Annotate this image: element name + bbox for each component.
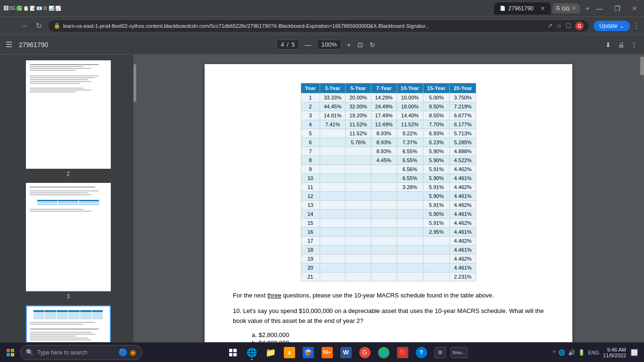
battery-icon[interactable]: 🔋: [578, 349, 585, 356]
tab-close-icon[interactable]: ✕: [540, 5, 545, 12]
maps-app-button[interactable]: G: [356, 344, 373, 361]
table-cell: [346, 272, 371, 281]
clock-display[interactable]: 9:46 AM 11/9/2022: [603, 347, 626, 358]
table-cell: 4.462%: [450, 201, 476, 210]
active-tab[interactable]: 📄 27961790 ✕: [494, 2, 550, 15]
bookmark-icon[interactable]: ☆: [556, 22, 562, 29]
fit-page-button[interactable]: ⊡: [356, 40, 364, 49]
browser-menu-button[interactable]: ⋮: [633, 21, 640, 30]
table-cell: 33.33%: [320, 93, 345, 102]
table-header-cell: 20-Year: [450, 83, 476, 93]
table-cell: 12: [301, 192, 320, 201]
table-cell: 14: [301, 210, 320, 219]
svg-rect-4: [229, 349, 232, 352]
red-app-button[interactable]: 🔴: [394, 344, 411, 361]
table-cell: 9.50%: [423, 102, 450, 111]
table-cell: [346, 192, 371, 201]
dropbox-app-button[interactable]: 📦: [300, 344, 317, 361]
table-cell: 3.750%: [450, 93, 476, 102]
table-row: 84.45%6.55%5.90%4.522%: [301, 156, 476, 165]
grid-app-button[interactable]: ⊞: [432, 344, 449, 361]
split-view-icon[interactable]: ☐: [566, 22, 571, 29]
table-cell: [320, 147, 345, 156]
browser-window-controls: — ❐ ✕: [594, 4, 640, 13]
right-scrollbar[interactable]: [640, 55, 644, 342]
table-cell: 4.45%: [371, 156, 396, 165]
table-row: 204.461%: [301, 263, 476, 272]
download-button[interactable]: ⬇: [604, 40, 612, 49]
share-icon[interactable]: ↗: [547, 22, 553, 29]
zoom-out-button[interactable]: —: [304, 40, 312, 49]
minimize-button[interactable]: —: [594, 4, 606, 13]
table-cell: [371, 272, 396, 281]
green-app-button[interactable]: 🌐: [375, 344, 392, 361]
table-cell: 7.219%: [450, 102, 476, 111]
table-cell: 5.90%: [423, 147, 450, 156]
counter-app-button[interactable]: 99+: [319, 344, 336, 361]
table-header-cell: Year: [301, 83, 320, 93]
table-cell: [371, 174, 396, 183]
table-cell: 20: [301, 263, 320, 272]
notification-icon: ⬜: [631, 349, 638, 356]
table-cell: 6.93%: [423, 129, 450, 138]
amazon-app-button[interactable]: a: [281, 344, 298, 361]
thumbnail-page-2[interactable]: 2: [4, 60, 132, 177]
table-cell: 5.76%: [346, 138, 371, 147]
taskbar: 🔍 Type here to search 🔵 ◉ 🌐 📁 a 📦 99+: [0, 342, 644, 362]
taskview-button[interactable]: [224, 344, 241, 361]
update-button[interactable]: Update ⌄: [594, 21, 630, 31]
breadcrumb-app-button[interactable]: Brea...: [451, 344, 468, 361]
file-explorer-button[interactable]: 📁: [262, 344, 279, 361]
profile-icon[interactable]: G: [575, 22, 584, 30]
notification-button[interactable]: ⬜: [630, 348, 638, 357]
network-icon[interactable]: 🌐: [558, 349, 565, 356]
pdf-toolbar-center: 4 / 5 — 100% + ⊡ ↻: [53, 40, 600, 49]
question-10-body: Let's say you spend $10,000,000 on a dep…: [233, 307, 544, 324]
table-header-cell: 5-Year: [346, 83, 371, 93]
thumbnail-page-3[interactable]: 3: [4, 183, 132, 300]
reload-button[interactable]: ↻: [34, 19, 44, 32]
back-button[interactable]: ←: [4, 20, 15, 32]
rotate-button[interactable]: ↻: [369, 40, 376, 49]
table-cell: 5.91%: [423, 219, 450, 228]
other-tab[interactable]: G GG ✕: [553, 3, 580, 13]
table-cell: 4.462%: [450, 219, 476, 228]
other-tab-close[interactable]: ✕: [572, 5, 576, 11]
toolbar-right: Update ⌄ ⋮: [594, 21, 640, 31]
address-bar[interactable]: 🔒 learn-us-east-1-prod-fleet02-xythos.co…: [48, 19, 590, 33]
table-cell: 14.81%: [320, 111, 345, 120]
table-cell: 4.461%: [450, 246, 476, 255]
thumbnail-page-4[interactable]: 4: [4, 305, 132, 342]
table-cell: 16: [301, 228, 320, 237]
table-cell: 6.55%: [396, 174, 423, 183]
table-cell: 7.37%: [396, 138, 423, 147]
pdf-document-area[interactable]: Year3-Year5-Year7-Year10-Year15-Year20-Y…: [137, 55, 640, 342]
table-cell: [371, 201, 396, 210]
table-cell: [371, 192, 396, 201]
pdf-menu-icon[interactable]: ☰: [6, 40, 12, 49]
table-cell: 3.28%: [396, 183, 423, 192]
chrome-app-button[interactable]: 🌐: [243, 344, 260, 361]
sidebar-scrollbar[interactable]: [133, 55, 136, 342]
word-app-button[interactable]: W: [338, 344, 355, 361]
restore-button[interactable]: ❐: [611, 4, 623, 13]
print-button[interactable]: 🖨: [617, 40, 625, 49]
taskbar-right: ^ 🌐 🔊 🔋 ENG 9:46 AM 11/9/2022 ⬜: [549, 347, 642, 358]
help-app-button[interactable]: ?: [413, 344, 430, 361]
taskbar-search-box[interactable]: 🔍 Type here to search 🔵 ◉: [20, 345, 142, 360]
table-cell: 3: [301, 111, 320, 120]
close-button[interactable]: ✕: [629, 4, 640, 13]
table-cell: [371, 263, 396, 272]
table-header-cell: 3-Year: [320, 83, 345, 93]
chevron-up-icon[interactable]: ^: [553, 350, 555, 355]
table-cell: 4.462%: [450, 165, 476, 174]
speaker-icon[interactable]: 🔊: [568, 349, 575, 356]
table-cell: [320, 246, 345, 255]
new-tab-button[interactable]: +: [582, 2, 594, 15]
table-cell: [320, 228, 345, 237]
pdf-options-button[interactable]: ⋮: [630, 40, 638, 49]
start-button[interactable]: [2, 344, 19, 361]
table-cell: [320, 183, 345, 192]
zoom-in-button[interactable]: +: [346, 40, 352, 49]
forward-button[interactable]: →: [19, 20, 30, 32]
